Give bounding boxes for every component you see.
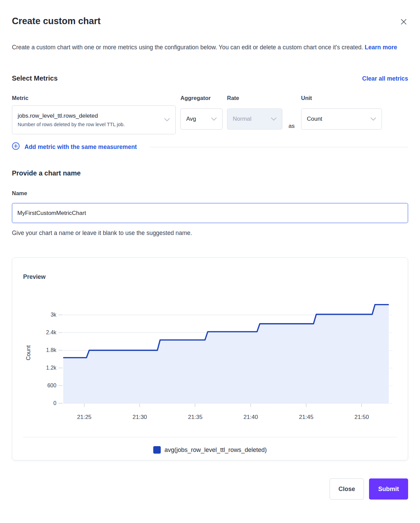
- create-custom-chart-dialog: Create custom chart Create a custom char…: [0, 0, 420, 523]
- y-tick-mark: [58, 350, 63, 351]
- name-label: Name: [12, 189, 408, 197]
- aggregator-label: Aggregator: [180, 94, 223, 102]
- y-tick-label: 2.4k: [36, 328, 56, 337]
- y-tick-mark: [58, 368, 63, 368]
- select-metrics-heading: Select Metrics: [12, 73, 58, 83]
- page-title: Create custom chart: [12, 16, 408, 27]
- x-axis-labels: 21:2521:3021:3521:4021:4521:50: [63, 413, 389, 422]
- x-tick-label: 21:35: [188, 413, 203, 422]
- learn-more-link[interactable]: Learn more: [365, 44, 397, 51]
- metric-select-value: jobs.row_level_ttl.rows_deleted: [18, 112, 125, 120]
- dialog-footer: Close Submit: [12, 478, 408, 500]
- chart-legend: avg(jobs_row_level_ttl_rows_deleted): [23, 446, 397, 454]
- x-tick-mark: [361, 404, 362, 407]
- chart-name-input[interactable]: [12, 203, 408, 223]
- divider: [150, 147, 408, 147]
- x-tick-label: 21:25: [77, 413, 92, 422]
- unit-select[interactable]: Count: [301, 108, 382, 130]
- aggregator-select[interactable]: Avg: [180, 108, 223, 130]
- chevron-down-icon: [164, 118, 170, 122]
- y-tick-label: 3k: [36, 311, 56, 319]
- y-tick-mark: [58, 385, 63, 386]
- x-tick-mark: [139, 404, 140, 407]
- metric-label: Metric: [12, 94, 176, 102]
- right-tick-mark: [389, 350, 392, 351]
- add-metric-label: Add metric with the same measurement: [24, 144, 137, 151]
- chart-area: Count 06001.2k1.8k2.4k3k: [23, 302, 397, 403]
- close-x-glyph: [400, 18, 407, 25]
- right-tick-mark: [389, 403, 392, 404]
- name-helper-text: Give your chart a name or leave it blank…: [12, 229, 408, 237]
- chart-plot: [63, 302, 389, 403]
- y-tick-mark: [58, 332, 63, 333]
- submit-button[interactable]: Submit: [369, 478, 408, 500]
- rate-label: Rate: [227, 94, 282, 102]
- y-tick-label: 600: [36, 382, 56, 390]
- y-tick-mark: [58, 403, 63, 404]
- step-area-chart: [63, 302, 389, 403]
- y-tick-mark: [58, 315, 63, 315]
- y-tick-label: 1.8k: [36, 346, 56, 354]
- right-tick-mark: [389, 333, 392, 333]
- metric-config-row: Metric jobs.row_level_ttl.rows_deleted N…: [12, 94, 408, 134]
- x-tick-mark: [250, 404, 251, 407]
- x-tick-mark: [195, 404, 195, 407]
- legend-label: avg(jobs_row_level_ttl_rows_deleted): [164, 446, 267, 454]
- add-metric-button[interactable]: Add metric with the same measurement: [12, 142, 137, 152]
- as-label: as: [288, 123, 295, 130]
- x-tick-label: 21:40: [244, 413, 258, 422]
- y-axis-ticks: 06001.2k1.8k2.4k3k: [33, 302, 63, 403]
- right-axis-ticks: [389, 302, 397, 403]
- x-tick-label: 21:30: [133, 413, 147, 422]
- right-tick-mark: [389, 386, 392, 386]
- x-tick-mark: [84, 404, 85, 407]
- x-tick-label: 21:45: [299, 413, 314, 422]
- close-button[interactable]: Close: [330, 478, 364, 500]
- chevron-down-icon: [271, 117, 277, 121]
- x-tick-mark: [306, 404, 307, 407]
- dialog-description: Create a custom chart with one or more m…: [12, 41, 408, 54]
- metric-select-description: Number of rows deleted by the row level …: [18, 121, 125, 128]
- plus-circle-icon: [12, 142, 20, 152]
- preview-heading: Preview: [23, 273, 397, 281]
- metric-select[interactable]: jobs.row_level_ttl.rows_deleted Number o…: [12, 105, 176, 134]
- chart-name-heading: Provide a chart name: [12, 168, 408, 178]
- x-axis: 21:2521:3021:3521:4021:4521:50: [23, 413, 397, 422]
- x-tick-label: 21:50: [354, 413, 369, 422]
- rate-select-value: Normal: [233, 115, 251, 123]
- legend-swatch: [153, 446, 161, 454]
- unit-select-value: Count: [307, 115, 322, 123]
- series-area-fill: [63, 305, 389, 403]
- right-tick-mark: [389, 368, 392, 368]
- unit-label: Unit: [301, 94, 382, 102]
- clear-all-metrics-link[interactable]: Clear all metrics: [362, 75, 408, 82]
- aggregator-select-value: Avg: [186, 115, 196, 123]
- y-tick-label: 1.2k: [36, 364, 56, 372]
- rate-select: Normal: [227, 108, 282, 130]
- right-tick-mark: [389, 315, 392, 315]
- chevron-down-icon: [370, 117, 376, 121]
- chevron-down-icon: [211, 117, 217, 121]
- description-text: Create a custom chart with one or more m…: [12, 44, 363, 51]
- legend-divider: [23, 437, 397, 437]
- close-icon[interactable]: [399, 17, 408, 27]
- preview-card: Preview Count 06001.2k1.8k2.4k3k 21:2521…: [12, 257, 408, 460]
- y-tick-label: 0: [36, 399, 56, 407]
- y-axis-title: Count: [23, 302, 33, 403]
